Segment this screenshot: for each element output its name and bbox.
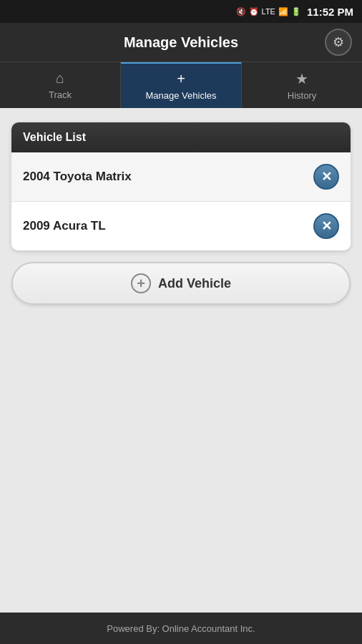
footer: Powered By: Online Accountant Inc. (0, 613, 362, 644)
footer-text: Powered By: Online Accountant Inc. (107, 623, 255, 634)
vehicle-list-title: Vehicle List (23, 131, 86, 143)
close-icon-1: ✕ (321, 170, 332, 183)
plus-icon: + (177, 71, 185, 87)
app-header: Manage Vehicles ⚙ (0, 23, 362, 62)
vehicle-name-1: 2004 Toyota Matrix (23, 170, 132, 184)
status-icons: 🔇 ⏰ LTE 📶 🔋 (236, 7, 301, 16)
settings-button[interactable]: ⚙ (325, 29, 352, 56)
lte-icon: LTE (262, 7, 275, 16)
close-icon-2: ✕ (321, 220, 332, 233)
tab-track-label: Track (49, 89, 72, 100)
mute-icon: 🔇 (236, 7, 246, 16)
alarm-icon: ⏰ (249, 7, 259, 16)
gear-icon: ⚙ (333, 34, 344, 50)
signal-icon: 📶 (278, 7, 288, 16)
tab-manage-vehicles[interactable]: + Manage Vehicles (121, 62, 242, 108)
star-icon: ★ (295, 70, 308, 87)
tab-bar: ⌂ Track + Manage Vehicles ★ History (0, 62, 362, 108)
remove-vehicle-2-button[interactable]: ✕ (313, 213, 339, 239)
battery-icon: 🔋 (291, 7, 301, 16)
add-vehicle-label: Add Vehicle (158, 276, 231, 291)
tab-track[interactable]: ⌂ Track (0, 62, 121, 108)
remove-vehicle-1-button[interactable]: ✕ (313, 164, 339, 190)
home-icon: ⌂ (56, 70, 64, 87)
tab-manage-vehicles-label: Manage Vehicles (145, 90, 216, 101)
status-time: 11:52 PM (307, 6, 353, 18)
vehicle-list-header: Vehicle List (11, 122, 351, 152)
tab-history[interactable]: ★ History (242, 62, 362, 108)
tab-history-label: History (288, 90, 316, 101)
vehicle-name-2: 2009 Acura TL (23, 219, 106, 233)
vehicle-item-2: 2009 Acura TL ✕ (11, 202, 351, 250)
add-circle-icon: + (131, 273, 151, 293)
main-content: Vehicle List 2004 Toyota Matrix ✕ 2009 A… (0, 108, 362, 613)
status-bar: 🔇 ⏰ LTE 📶 🔋 11:52 PM (0, 0, 362, 23)
page-title: Manage Vehicles (124, 34, 238, 51)
vehicle-item-1: 2004 Toyota Matrix ✕ (11, 152, 351, 202)
add-vehicle-button[interactable]: + Add Vehicle (11, 262, 351, 305)
vehicle-list-card: Vehicle List 2004 Toyota Matrix ✕ 2009 A… (11, 122, 351, 250)
